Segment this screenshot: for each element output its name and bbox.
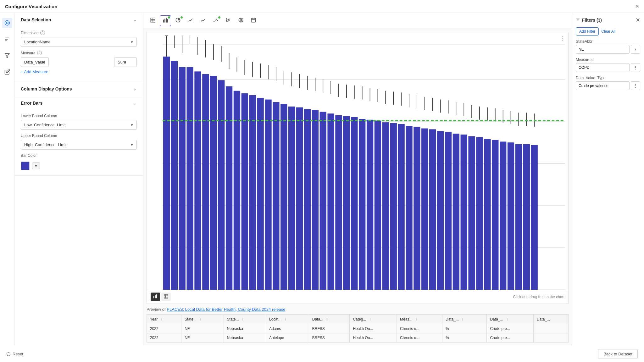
lower-bound-wrapper: Low_Confidence_Limit ▼: [21, 120, 137, 130]
filter-measureid-label: MeasureId: [576, 58, 640, 62]
svg-rect-90: [343, 116, 350, 290]
svg-rect-68: [257, 98, 264, 290]
clear-all-button[interactable]: Clear All: [601, 29, 615, 34]
data-selection-header[interactable]: Data Selection ⌃: [14, 13, 143, 27]
column-display-title: Column Display Options: [21, 86, 72, 91]
col-data4: Data_...: [533, 315, 568, 324]
svg-rect-72: [273, 102, 279, 290]
chart-bar-view-btn[interactable]: [151, 293, 160, 301]
page-title: Configure Visualization: [5, 4, 57, 9]
table-header-row: Year ⋮ State... ⋮ State... ⋮ Locat... ⋮ …: [147, 315, 569, 324]
col-categ: Categ... ⋮: [350, 315, 397, 324]
filter-panel-close-button[interactable]: ✕: [636, 17, 640, 24]
chart-view-buttons: [151, 293, 171, 301]
svg-rect-10: [163, 20, 164, 23]
filter-stateabbr-more-btn[interactable]: ⋮: [631, 45, 640, 54]
dimension-select[interactable]: LocationName: [21, 37, 137, 47]
sidebar-item-sort[interactable]: [2, 34, 12, 44]
bar-chart: 0 2 4 6 8 10 12: [163, 36, 565, 290]
sidebar-item-filter[interactable]: [2, 51, 12, 61]
cell-data3-2: Crude pre...: [487, 333, 534, 343]
col-locat: Locat... ⋮: [266, 315, 309, 324]
filter-measureid-row: COPD ⋮: [576, 63, 640, 72]
dimension-label: Dimension ?: [21, 30, 137, 35]
state1-sort-icon[interactable]: ⋮: [199, 318, 202, 321]
scatter-dot: [218, 16, 220, 19]
data-selection-section: Data Selection ⌃ Dimension ? LocationNam…: [14, 13, 143, 82]
svg-point-19: [217, 20, 218, 21]
filter-group-measureid: MeasureId COPD ⋮: [576, 58, 640, 72]
measure-help-icon[interactable]: ?: [37, 51, 42, 55]
toolbar-bubble-btn[interactable]: [223, 15, 234, 26]
svg-rect-43: [163, 57, 170, 290]
lower-bound-select[interactable]: Low_Confidence_Limit: [21, 120, 137, 130]
add-measure-button[interactable]: + Add Measure: [21, 67, 48, 77]
dimension-help-icon[interactable]: ?: [40, 30, 45, 35]
filter-title: Filters (3): [576, 18, 602, 23]
column-display-header[interactable]: Column Display Options ⌄: [14, 82, 143, 96]
state2-sort-icon[interactable]: ⋮: [241, 318, 244, 321]
data3-sort-icon[interactable]: ⋮: [506, 318, 509, 321]
chart-more-button[interactable]: ⋮: [560, 35, 566, 42]
svg-rect-98: [375, 121, 381, 290]
preview-link[interactable]: PLACES: Local Data for Better Health, Co…: [167, 307, 285, 312]
cell-locat-2: Antelope: [266, 333, 309, 343]
svg-rect-191: [156, 294, 157, 298]
color-swatch[interactable]: [21, 162, 30, 170]
svg-rect-80: [304, 109, 311, 290]
color-dropdown-button[interactable]: ▼: [32, 162, 40, 169]
reset-button[interactable]: Reset: [6, 352, 23, 356]
meas-sort-icon[interactable]: ⋮: [415, 318, 418, 321]
toolbar-pie-btn[interactable]: [172, 15, 184, 26]
svg-rect-190: [155, 295, 156, 299]
filter-measureid-more-btn[interactable]: ⋮: [631, 63, 640, 72]
year-sort-icon[interactable]: ⋮: [160, 318, 163, 321]
filter-stateabbr-select[interactable]: NE: [576, 45, 630, 54]
filter-group-stateabbr: StateAbbr NE ⋮: [576, 39, 640, 54]
svg-point-17: [215, 20, 216, 21]
toolbar-bar-chart-btn[interactable]: [160, 15, 171, 26]
categ-sort-icon[interactable]: ⋮: [369, 318, 372, 321]
toolbar-line-btn[interactable]: [185, 15, 196, 26]
svg-rect-46: [171, 61, 178, 290]
add-filter-button[interactable]: Add Filter: [576, 27, 599, 36]
filter-valuetype-select[interactable]: Crude prevalence: [576, 81, 630, 90]
svg-rect-88: [335, 115, 342, 290]
upper-bound-select[interactable]: High_Confidence_Limit: [21, 140, 137, 150]
svg-rect-114: [437, 131, 444, 290]
toolbar-area-btn[interactable]: [197, 15, 209, 26]
center-area: ⋮ 0 2 4 6 8 10 12: [143, 13, 572, 346]
toolbar-calendar-btn[interactable]: [248, 15, 259, 26]
svg-rect-25: [251, 18, 256, 22]
title-bar: Configure Visualization ×: [0, 0, 644, 13]
filter-valuetype-label: Data_Value_Type: [576, 76, 640, 80]
svg-rect-50: [186, 67, 193, 290]
aggregation-select[interactable]: Sum: [114, 57, 137, 67]
back-to-dataset-button[interactable]: Back to Dataset: [598, 349, 638, 359]
filter-header: Filters (3) ✕: [576, 17, 640, 24]
toolbar-table-btn[interactable]: [147, 15, 158, 26]
cell-meas-1: Chronic o...: [397, 324, 442, 333]
chart-table-view-btn[interactable]: [161, 293, 171, 301]
svg-point-18: [216, 19, 217, 20]
toolbar-globe-btn[interactable]: [235, 15, 247, 26]
filter-valuetype-more-btn[interactable]: ⋮: [631, 81, 640, 90]
toolbar-scatter-btn[interactable]: [210, 15, 221, 26]
cell-state2-2: Nebraska: [224, 333, 266, 343]
sidebar-item-data[interactable]: [2, 18, 12, 28]
svg-rect-60: [226, 86, 232, 290]
chart-toolbar: [143, 13, 572, 29]
filter-measureid-select[interactable]: COPD: [576, 63, 630, 72]
svg-rect-116: [445, 132, 452, 290]
right-panel: Filters (3) ✕ Add Filter Clear All State…: [572, 13, 644, 346]
close-button[interactable]: ×: [635, 3, 639, 9]
svg-point-21: [229, 19, 230, 20]
measure-select[interactable]: Data_Value: [21, 57, 49, 67]
locat-sort-icon[interactable]: ⋮: [284, 318, 287, 321]
sidebar-item-edit[interactable]: [2, 67, 12, 77]
error-bars-section: Error Bars ⌃ Lower Bound Column Low_Conf…: [14, 96, 143, 176]
data1-sort-icon[interactable]: ⋮: [325, 318, 329, 321]
column-display-section: Column Display Options ⌄: [14, 82, 143, 96]
error-bars-header[interactable]: Error Bars ⌃: [14, 96, 143, 110]
data2-sort-icon[interactable]: ⋮: [461, 318, 464, 321]
